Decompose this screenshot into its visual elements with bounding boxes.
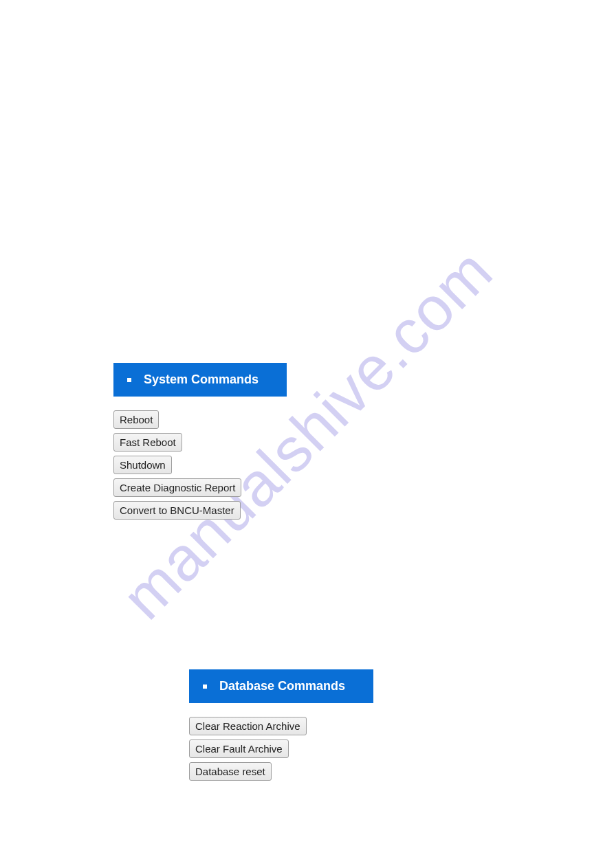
convert-to-bncu-master-button[interactable]: Convert to BNCU-Master [113, 501, 241, 520]
create-diagnostic-report-button[interactable]: Create Diagnostic Report [113, 478, 241, 497]
clear-fault-archive-button[interactable]: Clear Fault Archive [189, 739, 289, 758]
system-commands-section: System Commands Reboot Fast Reboot Shutd… [113, 363, 287, 520]
clear-reaction-archive-button[interactable]: Clear Reaction Archive [189, 717, 307, 735]
system-commands-header: System Commands [113, 363, 287, 397]
database-commands-title: Database Commands [219, 679, 345, 693]
reboot-button[interactable]: Reboot [113, 410, 159, 429]
system-commands-title: System Commands [144, 372, 259, 387]
bullet-icon [127, 378, 131, 382]
system-commands-buttons: Reboot Fast Reboot Shutdown Create Diagn… [113, 410, 287, 520]
database-reset-button[interactable]: Database reset [189, 762, 272, 781]
database-commands-header: Database Commands [189, 669, 373, 703]
database-commands-section: Database Commands Clear Reaction Archive… [189, 669, 373, 781]
database-commands-buttons: Clear Reaction Archive Clear Fault Archi… [189, 717, 373, 781]
shutdown-button[interactable]: Shutdown [113, 456, 172, 474]
bullet-icon [203, 685, 207, 689]
fast-reboot-button[interactable]: Fast Reboot [113, 433, 182, 452]
